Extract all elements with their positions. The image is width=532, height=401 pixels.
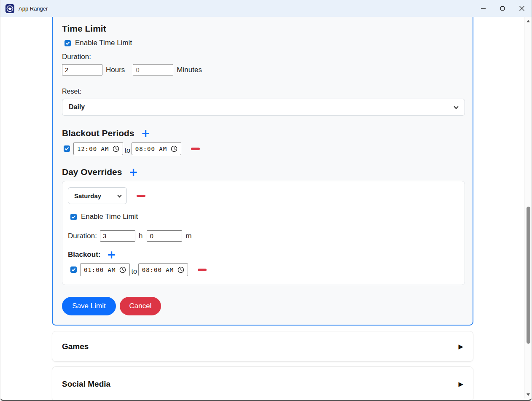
reset-label: Reset: [62,88,463,95]
hours-unit-label: Hours [106,66,125,74]
clock-icon [113,145,119,152]
override-blackout-heading: Blackout: [68,250,100,259]
section-games[interactable]: Games ▶ [52,331,473,362]
override-day-row: Saturday [68,187,459,204]
override-blackout-start-input[interactable]: 01:00 AM [80,263,130,276]
chevron-down-icon [118,194,122,198]
blackout-start-time-input[interactable]: 12:00 AM [73,142,123,155]
blackout-end-time-input[interactable]: 08:00 AM [132,142,181,155]
override-blackout-end-input[interactable]: 08:00 AM [138,263,188,276]
override-duration-row: Duration: h m [68,230,459,242]
remove-override-blackout-button[interactable] [197,265,207,275]
reset-select[interactable]: Daily [62,99,465,116]
expand-arrow-icon: ▶ [458,380,463,388]
app-window: App Ranger Time Limit Enable Time Limit … [0,0,532,401]
time-limit-heading: Time Limit [62,24,463,34]
app-logo-icon [5,4,14,13]
override-day-select[interactable]: Saturday [68,187,127,204]
day-override-card: Saturday Enable Time Limit Duration: [62,181,465,285]
clock-icon [119,266,126,273]
add-override-blackout-button[interactable]: + [107,250,116,259]
chevron-down-icon [454,104,458,109]
app-limit-panel: Time Limit Enable Time Limit Duration: H… [52,17,473,326]
add-day-override-button[interactable]: + [129,168,138,176]
content-area: Time Limit Enable Time Limit Duration: H… [0,17,524,400]
override-enable-checkbox[interactable] [70,214,77,220]
scroll-down-icon[interactable] [527,393,530,396]
check-icon [64,147,69,151]
maximize-button[interactable] [493,0,512,17]
title-bar: App Ranger [0,0,532,17]
expand-arrow-icon: ▶ [458,343,463,350]
to-label: to [131,268,137,276]
override-hours-unit: h [139,232,142,240]
remove-blackout-period-button[interactable] [190,144,200,154]
cancel-button[interactable]: Cancel [120,297,161,315]
enable-time-limit-row: Enable Time Limit [62,39,463,47]
scroll-up-icon[interactable] [527,20,530,22]
reset-selected-value: Daily [69,103,85,111]
override-blackout-header: Blackout: + [68,250,459,259]
section-games-label: Games [62,342,89,351]
enable-time-limit-checkbox[interactable] [64,40,71,46]
blackout-enabled-checkbox[interactable] [64,145,70,152]
save-limit-button[interactable]: Save Limit [62,297,116,315]
remove-day-override-button[interactable] [136,191,146,201]
day-overrides-header: Day Overrides + [62,167,463,177]
minutes-input[interactable] [133,64,173,75]
blackout-periods-heading: Blackout Periods [62,128,134,138]
section-social-media-label: Social Media [62,379,110,389]
section-social-media[interactable]: Social Media ▶ [52,366,473,400]
vertical-scrollbar[interactable] [524,17,532,398]
window-title: App Ranger [19,5,48,12]
maximize-icon [500,6,505,11]
minimize-icon [481,8,486,9]
check-icon [71,215,76,219]
clock-icon [177,266,184,273]
minus-icon [198,269,207,271]
window-controls [473,0,532,17]
blackout-periods-header: Blackout Periods + [62,128,463,138]
minus-icon [191,148,200,150]
minus-icon [137,195,145,197]
override-enable-label: Enable Time Limit [81,213,138,221]
close-icon [519,5,525,11]
enable-time-limit-label: Enable Time Limit [75,39,132,47]
duration-inputs-row: Hours Minutes [62,64,463,75]
clock-icon [171,145,177,152]
override-duration-label: Duration: [68,232,97,240]
add-blackout-period-button[interactable]: + [141,129,150,137]
minutes-unit-label: Minutes [177,66,202,74]
override-blackout-row: 01:00 AM to 08:00 AM [68,263,459,276]
minimize-button[interactable] [473,0,493,17]
duration-label: Duration: [62,53,463,61]
override-hours-input[interactable] [100,230,135,242]
override-minutes-unit: m [185,232,191,240]
check-icon [65,41,70,45]
check-icon [71,268,76,272]
override-minutes-input[interactable] [147,230,182,242]
override-blackout-checkbox[interactable] [70,266,77,273]
hours-input[interactable] [62,64,102,75]
scrollbar-thumb[interactable] [527,207,530,344]
override-day-value: Saturday [74,192,101,199]
close-button[interactable] [512,0,532,17]
panel-actions: Save Limit Cancel [62,297,463,315]
day-overrides-heading: Day Overrides [62,167,122,177]
blackout-period-row: 12:00 AM to 08:00 AM [62,142,463,155]
override-enable-row: Enable Time Limit [68,213,459,221]
to-label: to [124,147,130,155]
